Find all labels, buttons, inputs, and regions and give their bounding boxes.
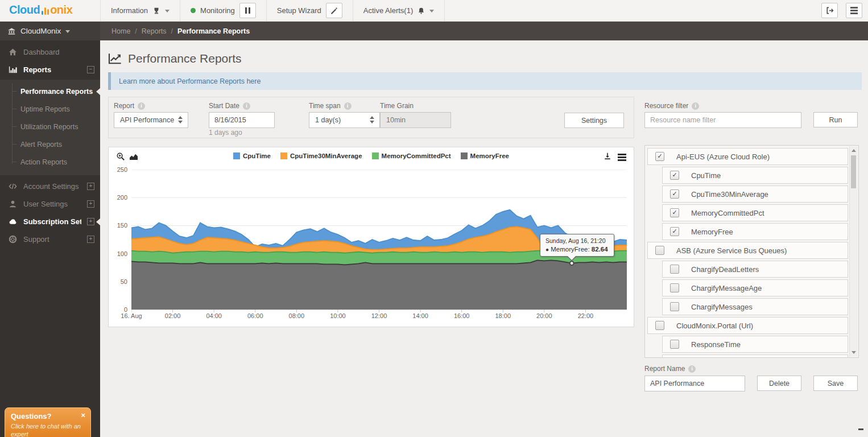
sidebar-subitem-uptime-reports[interactable]: Uptime Reports — [0, 100, 100, 118]
sidebar-subitem-action-reports[interactable]: Action Reports — [0, 153, 100, 171]
resource-row-cputime[interactable]: ✓CpuTime — [662, 167, 848, 184]
resource-row-cputime30minaverage[interactable]: ✓CpuTime30MinAverage — [662, 185, 848, 203]
resource-label: MemoryFree — [691, 228, 733, 236]
page-title-row: Performance Reports — [108, 52, 242, 65]
cloud-icon — [8, 217, 18, 226]
account-switcher[interactable]: CloudMonix — [0, 22, 100, 40]
save-button[interactable]: Save — [813, 376, 858, 391]
menu-information[interactable]: Information — [100, 0, 180, 21]
x-axis-label: 22:00 — [578, 312, 594, 319]
app-logo[interactable]: Cloudonix — [9, 3, 72, 17]
x-axis-label: 16. Aug — [121, 312, 142, 319]
settings-button[interactable]: Settings — [564, 113, 624, 128]
resource-row-chargifymessageage[interactable]: ChargifyMessageAge — [662, 279, 848, 296]
logout-button[interactable] — [821, 3, 838, 18]
scroll-down-icon[interactable] — [852, 351, 856, 354]
header-menu-button[interactable] — [846, 3, 862, 18]
wand-button[interactable] — [326, 3, 342, 18]
menu-monitoring[interactable]: Monitoring — [180, 0, 267, 21]
pause-monitoring-button[interactable] — [239, 3, 256, 18]
chat-widget-title: Questions? — [11, 412, 85, 420]
breadcrumb-home[interactable]: Home — [111, 27, 130, 35]
page-scrollbar[interactable] — [858, 428, 863, 430]
sidebar-item-dashboard[interactable]: Dashboard — [0, 43, 100, 61]
expand-icon[interactable]: + — [87, 200, 94, 208]
start-date-input[interactable] — [209, 112, 275, 128]
checkbox[interactable]: ✓ — [670, 208, 679, 217]
resource-row-memorycommittedpct[interactable]: ✓MemoryCommittedPct — [662, 204, 848, 221]
checkbox[interactable]: ✓ — [670, 189, 679, 199]
sidebar-subitem-utilization-reports[interactable]: Utilization Reports — [0, 118, 100, 135]
sidebar-item-user-settings[interactable]: User Settings+ — [0, 195, 100, 213]
resource-row-memoryfree[interactable]: ✓MemoryFree — [662, 223, 848, 240]
expand-icon[interactable]: + — [87, 183, 94, 190]
time-span-label: Time spani — [309, 102, 352, 110]
list-scrollbar[interactable] — [849, 146, 858, 357]
scrollbar-thumb[interactable] — [851, 155, 856, 188]
sidebar-item-account-settings[interactable]: Account Settings+ — [0, 178, 100, 195]
checkbox[interactable] — [655, 246, 664, 255]
sidebar: DashboardReports−Performance ReportsUpti… — [0, 40, 100, 437]
checkbox[interactable]: ✓ — [670, 171, 679, 180]
close-icon[interactable]: × — [81, 411, 85, 419]
menu-active-alerts[interactable]: Active Alerts(1) — [353, 0, 445, 21]
resource-label: Api-EUS (Azure Cloud Role) — [676, 152, 770, 161]
checkbox[interactable] — [655, 321, 664, 330]
sidebar-item-subscription-settings[interactable]: Subscription Settings+ — [0, 213, 100, 230]
info-icon: i — [138, 102, 145, 110]
resource-row-asb-azure-service-bus-queues[interactable]: ASB (Azure Service Bus Queues) — [647, 242, 848, 259]
legend-item-memorycommittedpct[interactable]: MemoryCommittedPct — [372, 152, 451, 159]
resource-row-chargifymessages[interactable]: ChargifyMessages — [662, 298, 848, 315]
y-axis-label: 50 — [109, 278, 127, 285]
checkbox[interactable] — [670, 283, 679, 292]
resource-row-api-eus-azure-cloud-role[interactable]: ✓Api-EUS (Azure Cloud Role) — [647, 148, 848, 165]
resource-label: ResponseTime — [691, 340, 741, 349]
expand-icon[interactable]: + — [87, 236, 94, 243]
legend-item-memoryfree[interactable]: MemoryFree — [461, 152, 509, 159]
checkbox[interactable]: ✓ — [655, 152, 664, 161]
resource-row-cloudmonix-portal-url[interactable]: CloudMonix.Portal (Url) — [647, 317, 848, 334]
report-select[interactable]: API Performance — [114, 112, 188, 128]
sidebar-subitem-alert-reports[interactable]: Alert Reports — [0, 135, 100, 153]
y-axis-label: 150 — [109, 222, 127, 229]
menu-monitoring-label: Monitoring — [200, 6, 235, 15]
tooltip-value-row: ● MemoryFree: 82.64 — [545, 246, 608, 253]
menu-setup-wizard[interactable]: Setup Wizard — [267, 0, 353, 21]
legend-item-cputime[interactable]: CpuTime — [233, 152, 271, 159]
checkbox[interactable] — [670, 302, 679, 311]
resource-filter-list: ✓Api-EUS (Azure Cloud Role)✓CpuTime✓CpuT… — [644, 145, 859, 358]
resource-row-responsetime[interactable]: ResponseTime — [662, 336, 848, 353]
sidebar-item-support[interactable]: Support+ — [0, 230, 100, 248]
sidebar-subitem-performance-reports[interactable]: Performance Reports — [0, 83, 100, 100]
resource-label: ChargifyMessages — [691, 303, 753, 311]
delete-button[interactable]: Delete — [757, 376, 801, 391]
resource-row-sslexpiration[interactable]: SSLExpiration — [662, 354, 848, 358]
time-grain-field: 10min — [380, 112, 451, 128]
run-button[interactable]: Run — [813, 112, 858, 127]
chat-widget[interactable]: Questions? × Click here to chat with an … — [5, 407, 91, 437]
checkbox[interactable] — [670, 265, 679, 274]
sidebar-item-label: Support — [23, 235, 49, 244]
report-name-input[interactable] — [644, 376, 745, 391]
resource-filter-label: Resource filteri — [644, 102, 699, 110]
report-name-label: Report Namei — [644, 365, 696, 373]
area-chart-icon[interactable] — [129, 153, 138, 160]
checkbox[interactable]: ✓ — [670, 227, 679, 236]
legend-item-cputime30minaverage[interactable]: CpuTime30MinAverage — [280, 152, 362, 159]
download-icon[interactable] — [604, 152, 611, 160]
sidebar-subitem-label: Action Reports — [20, 158, 67, 166]
collapse-icon[interactable]: − — [87, 66, 94, 73]
sidebar-item-label: User Settings — [23, 200, 68, 208]
info-banner-link[interactable]: Learn more about Performance Reports her… — [108, 72, 862, 90]
resource-name-filter-input[interactable] — [644, 112, 801, 128]
scroll-up-icon[interactable] — [852, 149, 856, 152]
breadcrumb-reports[interactable]: Reports — [142, 27, 167, 35]
info-icon: i — [692, 102, 699, 110]
time-span-select[interactable]: 1 day(s) — [309, 112, 380, 128]
expand-icon[interactable]: + — [87, 218, 94, 225]
checkbox[interactable] — [670, 340, 679, 349]
resource-row-chargifydeadletters[interactable]: ChargifyDeadLetters — [662, 261, 848, 278]
chart-menu-icon[interactable] — [618, 154, 626, 161]
sidebar-item-reports[interactable]: Reports− — [0, 61, 100, 79]
zoom-icon[interactable] — [116, 152, 125, 161]
